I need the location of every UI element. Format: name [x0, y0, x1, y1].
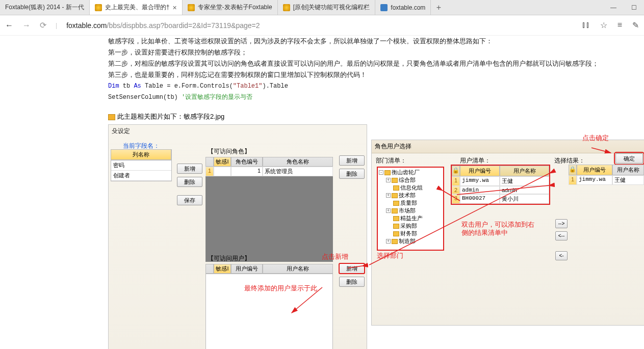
- tab-original[interactable]: [原创]关键功能可视化编程栏: [278, 0, 376, 15]
- favorite-icon[interactable]: ☆: [600, 20, 607, 30]
- browser-tabs: Foxtable(狐表) 2014 - 新一代 史上最完美、最合理的† × 专家…: [0, 0, 644, 15]
- users-new-button[interactable]: 新增: [339, 263, 365, 274]
- result-table[interactable]: 🔒用户编号用户名称 1jimmy.wa王健: [569, 165, 644, 185]
- save-button[interactable]: 保存: [177, 195, 202, 205]
- image-caption: 此主题相关图片如下：敏感字段2.jpg: [108, 112, 644, 121]
- menu-icon[interactable]: ≡: [617, 20, 622, 30]
- remove-all-button[interactable]: <-: [555, 251, 568, 260]
- reader-icon[interactable]: ⫿⫿: [582, 20, 590, 30]
- favicon-icon: [380, 4, 388, 11]
- tab-foxtable-2014[interactable]: Foxtable(狐表) 2014 - 新一代: [0, 0, 90, 15]
- favicon-icon: [188, 4, 195, 11]
- table-row[interactable]: 2adminadmin: [452, 186, 549, 194]
- annotation: 最终添加的用户显示于此: [244, 284, 317, 293]
- new-button[interactable]: 新增: [177, 164, 202, 174]
- dept-label: 部门清单：: [376, 156, 460, 165]
- delete-button[interactable]: 删除: [177, 177, 202, 187]
- tab-expert[interactable]: 专家坐堂-发表帖子Foxtable: [183, 0, 278, 15]
- table-row[interactable]: 1jimmy.wa王健: [569, 175, 644, 185]
- table-row[interactable]: 3BH00027黄小川: [452, 194, 549, 204]
- list-item[interactable]: 创建者: [111, 171, 171, 181]
- settings-panel: 殳设定 当前字段名： 列名称 密码 创建者 新增 删除 保存 【可访问角色】: [108, 124, 367, 349]
- table-row[interactable]: 1jimmy.wa王健: [452, 176, 549, 186]
- reload-button[interactable]: ⟳: [40, 20, 46, 30]
- favicon-icon: [283, 4, 290, 11]
- add-button[interactable]: -->: [555, 219, 568, 228]
- favicon-icon: [95, 4, 102, 11]
- tab-history-best[interactable]: 史上最完美、最合理的† ×: [90, 0, 183, 15]
- users-delete-button[interactable]: 删除: [339, 277, 365, 287]
- close-icon[interactable]: ×: [172, 4, 176, 12]
- annotation: 双击用户，可以添加到右侧的结果清单中: [461, 221, 538, 237]
- roles-label: 【可访问角色】: [208, 147, 333, 156]
- minimize-button[interactable]: —: [603, 0, 624, 15]
- col-header: 列名称: [111, 150, 171, 159]
- dept-tree[interactable]: -衡山齿轮厂 +综合部 信息化组 +技术部 质量部 +市场部 精益生产 采购部 …: [377, 167, 444, 251]
- remove-button[interactable]: <--: [555, 231, 568, 240]
- image-icon: [108, 114, 115, 120]
- forward-button[interactable]: →: [22, 21, 31, 30]
- nav-bar: ← → ⟳ | foxtable.com/bbs/dispbbs.asp?boa…: [0, 15, 644, 36]
- roles-delete-button[interactable]: 删除: [339, 169, 365, 179]
- maximize-button[interactable]: ☐: [624, 0, 644, 15]
- tab-foxtable-com[interactable]: foxtable.com: [375, 0, 431, 15]
- annotation: 点击确定: [582, 133, 609, 143]
- annotation: 点击新增: [322, 252, 348, 261]
- new-tab-button[interactable]: +: [431, 0, 446, 15]
- user-list-table[interactable]: 🔒用户编号用户名称 1jimmy.wa王健 2adminadmin 3BH000…: [451, 165, 550, 205]
- ok-button[interactable]: 确定: [615, 153, 643, 164]
- role-user-dialog: 角色用户选择 部门清单： 用户清单： 选择结果： 确定 -衡山齿轮厂 +综合部 …: [371, 140, 644, 326]
- back-button[interactable]: ←: [5, 21, 13, 30]
- panel-tab[interactable]: 殳设定: [109, 125, 367, 138]
- address-bar[interactable]: foxtable.com/bbs/dispbbs.asp?boardid=2&I…: [66, 21, 573, 30]
- roles-new-button[interactable]: 新增: [339, 155, 365, 166]
- users-label: 用户清单：: [460, 156, 554, 165]
- annotation: 选择部门: [377, 251, 403, 260]
- list-item[interactable]: 密码: [111, 160, 171, 171]
- notes-icon[interactable]: ✎: [632, 20, 639, 30]
- post-text: 敏感字段，比如单价、工资等这些权限设置的话，因为涉及的字段不会太多，所以就单独做…: [0, 36, 644, 103]
